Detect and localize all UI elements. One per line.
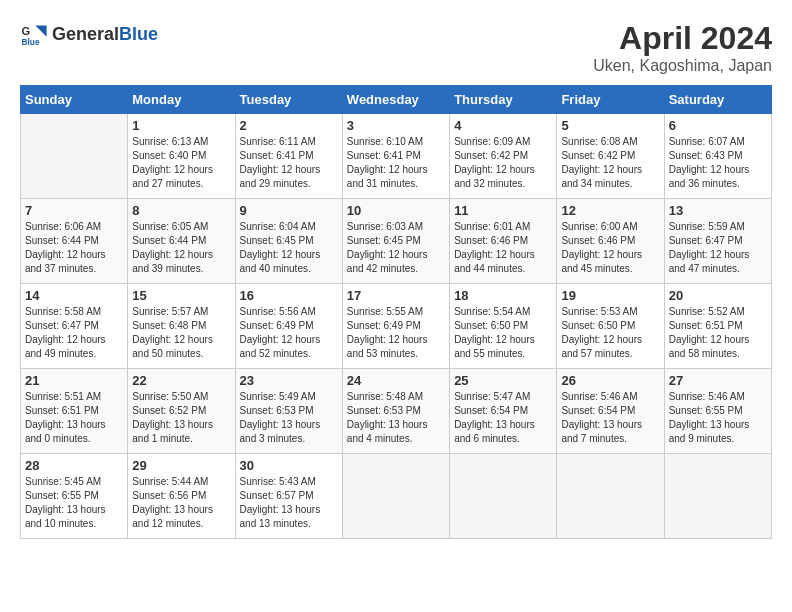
day-info: Sunrise: 5:56 AM Sunset: 6:49 PM Dayligh…	[240, 305, 338, 361]
day-number: 26	[561, 373, 659, 388]
calendar-cell: 9Sunrise: 6:04 AM Sunset: 6:45 PM Daylig…	[235, 199, 342, 284]
day-info: Sunrise: 5:48 AM Sunset: 6:53 PM Dayligh…	[347, 390, 445, 446]
calendar-cell: 15Sunrise: 5:57 AM Sunset: 6:48 PM Dayli…	[128, 284, 235, 369]
day-number: 7	[25, 203, 123, 218]
calendar-cell: 10Sunrise: 6:03 AM Sunset: 6:45 PM Dayli…	[342, 199, 449, 284]
day-info: Sunrise: 6:09 AM Sunset: 6:42 PM Dayligh…	[454, 135, 552, 191]
day-info: Sunrise: 6:08 AM Sunset: 6:42 PM Dayligh…	[561, 135, 659, 191]
day-number: 20	[669, 288, 767, 303]
day-info: Sunrise: 5:43 AM Sunset: 6:57 PM Dayligh…	[240, 475, 338, 531]
calendar-cell: 5Sunrise: 6:08 AM Sunset: 6:42 PM Daylig…	[557, 114, 664, 199]
day-number: 27	[669, 373, 767, 388]
logo-icon: G Blue	[20, 20, 48, 48]
day-header-friday: Friday	[557, 86, 664, 114]
calendar-week-0: 1Sunrise: 6:13 AM Sunset: 6:40 PM Daylig…	[21, 114, 772, 199]
calendar-cell	[342, 454, 449, 539]
day-info: Sunrise: 6:04 AM Sunset: 6:45 PM Dayligh…	[240, 220, 338, 276]
day-number: 29	[132, 458, 230, 473]
calendar-cell: 1Sunrise: 6:13 AM Sunset: 6:40 PM Daylig…	[128, 114, 235, 199]
calendar-cell: 25Sunrise: 5:47 AM Sunset: 6:54 PM Dayli…	[450, 369, 557, 454]
day-number: 5	[561, 118, 659, 133]
calendar-cell: 17Sunrise: 5:55 AM Sunset: 6:49 PM Dayli…	[342, 284, 449, 369]
calendar-cell: 8Sunrise: 6:05 AM Sunset: 6:44 PM Daylig…	[128, 199, 235, 284]
day-number: 11	[454, 203, 552, 218]
calendar-cell: 26Sunrise: 5:46 AM Sunset: 6:54 PM Dayli…	[557, 369, 664, 454]
calendar-cell	[664, 454, 771, 539]
day-info: Sunrise: 5:54 AM Sunset: 6:50 PM Dayligh…	[454, 305, 552, 361]
calendar-cell	[21, 114, 128, 199]
header: G Blue General Blue April 2024 Uken, Kag…	[20, 20, 772, 75]
calendar-week-4: 28Sunrise: 5:45 AM Sunset: 6:55 PM Dayli…	[21, 454, 772, 539]
calendar-cell: 22Sunrise: 5:50 AM Sunset: 6:52 PM Dayli…	[128, 369, 235, 454]
calendar-cell: 28Sunrise: 5:45 AM Sunset: 6:55 PM Dayli…	[21, 454, 128, 539]
svg-marker-1	[35, 26, 46, 37]
day-header-monday: Monday	[128, 86, 235, 114]
day-number: 4	[454, 118, 552, 133]
day-info: Sunrise: 6:13 AM Sunset: 6:40 PM Dayligh…	[132, 135, 230, 191]
calendar-cell: 23Sunrise: 5:49 AM Sunset: 6:53 PM Dayli…	[235, 369, 342, 454]
calendar-cell: 18Sunrise: 5:54 AM Sunset: 6:50 PM Dayli…	[450, 284, 557, 369]
day-header-thursday: Thursday	[450, 86, 557, 114]
main-title: April 2024	[593, 20, 772, 57]
day-header-wednesday: Wednesday	[342, 86, 449, 114]
day-info: Sunrise: 5:51 AM Sunset: 6:51 PM Dayligh…	[25, 390, 123, 446]
day-info: Sunrise: 6:05 AM Sunset: 6:44 PM Dayligh…	[132, 220, 230, 276]
day-info: Sunrise: 5:53 AM Sunset: 6:50 PM Dayligh…	[561, 305, 659, 361]
day-info: Sunrise: 5:57 AM Sunset: 6:48 PM Dayligh…	[132, 305, 230, 361]
day-number: 15	[132, 288, 230, 303]
day-number: 1	[132, 118, 230, 133]
day-header-saturday: Saturday	[664, 86, 771, 114]
logo-general-text: General	[52, 24, 119, 45]
day-info: Sunrise: 5:55 AM Sunset: 6:49 PM Dayligh…	[347, 305, 445, 361]
subtitle: Uken, Kagoshima, Japan	[593, 57, 772, 75]
svg-text:Blue: Blue	[21, 37, 39, 47]
day-header-sunday: Sunday	[21, 86, 128, 114]
day-number: 2	[240, 118, 338, 133]
day-info: Sunrise: 5:46 AM Sunset: 6:54 PM Dayligh…	[561, 390, 659, 446]
day-number: 18	[454, 288, 552, 303]
calendar-week-2: 14Sunrise: 5:58 AM Sunset: 6:47 PM Dayli…	[21, 284, 772, 369]
day-number: 19	[561, 288, 659, 303]
day-number: 21	[25, 373, 123, 388]
calendar-cell: 11Sunrise: 6:01 AM Sunset: 6:46 PM Dayli…	[450, 199, 557, 284]
day-number: 3	[347, 118, 445, 133]
day-number: 24	[347, 373, 445, 388]
calendar-cell: 20Sunrise: 5:52 AM Sunset: 6:51 PM Dayli…	[664, 284, 771, 369]
day-number: 23	[240, 373, 338, 388]
calendar-header: SundayMondayTuesdayWednesdayThursdayFrid…	[21, 86, 772, 114]
day-info: Sunrise: 6:10 AM Sunset: 6:41 PM Dayligh…	[347, 135, 445, 191]
calendar-cell: 12Sunrise: 6:00 AM Sunset: 6:46 PM Dayli…	[557, 199, 664, 284]
title-area: April 2024 Uken, Kagoshima, Japan	[593, 20, 772, 75]
day-info: Sunrise: 6:01 AM Sunset: 6:46 PM Dayligh…	[454, 220, 552, 276]
calendar-cell: 6Sunrise: 6:07 AM Sunset: 6:43 PM Daylig…	[664, 114, 771, 199]
day-info: Sunrise: 5:44 AM Sunset: 6:56 PM Dayligh…	[132, 475, 230, 531]
calendar-cell: 4Sunrise: 6:09 AM Sunset: 6:42 PM Daylig…	[450, 114, 557, 199]
calendar-cell: 13Sunrise: 5:59 AM Sunset: 6:47 PM Dayli…	[664, 199, 771, 284]
day-number: 22	[132, 373, 230, 388]
day-number: 17	[347, 288, 445, 303]
calendar-cell	[450, 454, 557, 539]
day-info: Sunrise: 5:50 AM Sunset: 6:52 PM Dayligh…	[132, 390, 230, 446]
day-info: Sunrise: 5:47 AM Sunset: 6:54 PM Dayligh…	[454, 390, 552, 446]
day-info: Sunrise: 6:03 AM Sunset: 6:45 PM Dayligh…	[347, 220, 445, 276]
calendar-cell: 2Sunrise: 6:11 AM Sunset: 6:41 PM Daylig…	[235, 114, 342, 199]
day-number: 12	[561, 203, 659, 218]
logo-blue-text: Blue	[119, 24, 158, 45]
calendar-cell	[557, 454, 664, 539]
day-info: Sunrise: 5:49 AM Sunset: 6:53 PM Dayligh…	[240, 390, 338, 446]
day-number: 10	[347, 203, 445, 218]
day-number: 30	[240, 458, 338, 473]
day-number: 8	[132, 203, 230, 218]
day-info: Sunrise: 6:07 AM Sunset: 6:43 PM Dayligh…	[669, 135, 767, 191]
day-number: 28	[25, 458, 123, 473]
calendar-cell: 3Sunrise: 6:10 AM Sunset: 6:41 PM Daylig…	[342, 114, 449, 199]
day-info: Sunrise: 5:52 AM Sunset: 6:51 PM Dayligh…	[669, 305, 767, 361]
calendar-cell: 27Sunrise: 5:46 AM Sunset: 6:55 PM Dayli…	[664, 369, 771, 454]
calendar-cell: 16Sunrise: 5:56 AM Sunset: 6:49 PM Dayli…	[235, 284, 342, 369]
day-info: Sunrise: 5:46 AM Sunset: 6:55 PM Dayligh…	[669, 390, 767, 446]
day-number: 9	[240, 203, 338, 218]
day-info: Sunrise: 6:00 AM Sunset: 6:46 PM Dayligh…	[561, 220, 659, 276]
calendar-week-3: 21Sunrise: 5:51 AM Sunset: 6:51 PM Dayli…	[21, 369, 772, 454]
day-number: 13	[669, 203, 767, 218]
day-number: 6	[669, 118, 767, 133]
